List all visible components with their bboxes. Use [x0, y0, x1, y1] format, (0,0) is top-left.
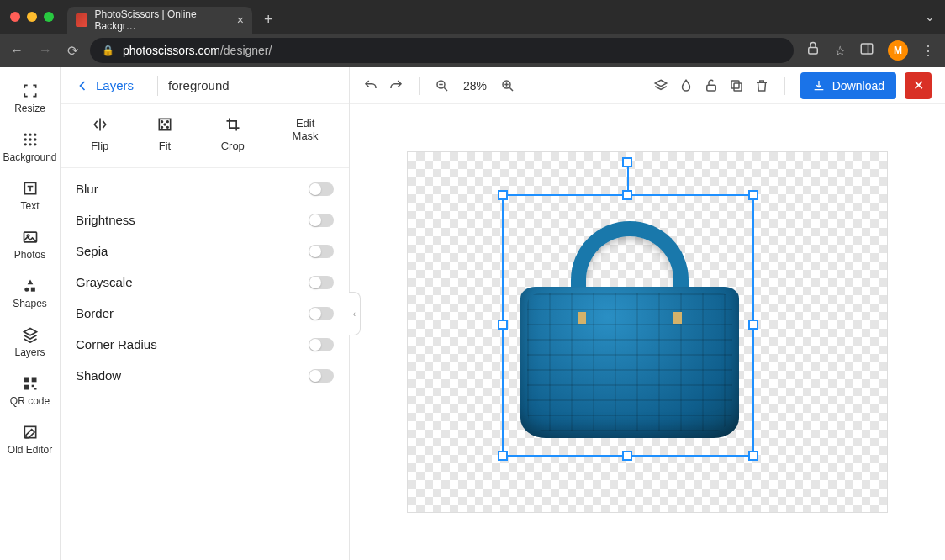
breadcrumb-label: Layers	[96, 78, 134, 92]
toggle-border[interactable]	[309, 307, 334, 320]
svg-rect-16	[24, 378, 29, 383]
toggle-blur[interactable]	[309, 182, 334, 196]
duplicate-icon[interactable]	[729, 78, 744, 93]
svg-rect-32	[731, 81, 739, 88]
resize-handle-e[interactable]	[748, 320, 758, 330]
back-to-layers[interactable]: Layers	[61, 77, 147, 94]
canvas-area: 28% Download ✕	[350, 67, 945, 560]
rail-photos[interactable]: Photos	[0, 220, 60, 269]
layers-icon[interactable]	[653, 78, 668, 93]
tool-crop[interactable]: Crop	[221, 116, 245, 152]
tool-label: Edit Mask	[293, 118, 319, 143]
divider	[157, 76, 158, 96]
zoom-out-button[interactable]	[435, 78, 450, 93]
tool-flip[interactable]: Flip	[91, 116, 108, 152]
prop-label: Blur	[76, 182, 98, 196]
resize-handle-n[interactable]	[622, 190, 632, 200]
prop-brightness: Brightness	[76, 204, 334, 235]
rail-resize[interactable]: Resize	[0, 74, 60, 123]
toggle-grayscale[interactable]	[309, 276, 334, 289]
toggle-shadow[interactable]	[309, 369, 334, 383]
browser-tabstrip: PhotoScissors | Online Backgr… × + ⌄	[0, 0, 945, 34]
nav-reload-button[interactable]: ⟳	[67, 43, 78, 59]
redo-button[interactable]	[388, 78, 404, 93]
resize-handle-s[interactable]	[622, 451, 632, 461]
prop-grayscale: Grayscale	[76, 267, 334, 298]
url-path: /designer/	[220, 44, 272, 57]
rail-layers[interactable]: Layers	[0, 318, 60, 367]
svg-rect-31	[734, 83, 742, 91]
undo-button[interactable]	[363, 78, 378, 93]
resize-handle-nw[interactable]	[498, 190, 508, 200]
rail-old-editor[interactable]: Old Editor	[0, 415, 60, 464]
selection-bounds[interactable]	[502, 194, 754, 457]
bookmark-icon[interactable]: ☆	[834, 43, 846, 59]
resize-handle-ne[interactable]	[748, 190, 758, 200]
tab-close-icon[interactable]: ×	[237, 13, 244, 27]
rail-qrcode[interactable]: QR code	[0, 367, 60, 415]
svg-point-5	[24, 138, 26, 140]
app-root: Resize Background Text Photos Shapes Lay…	[0, 67, 945, 560]
panel-icon[interactable]	[859, 41, 874, 60]
rail-label: QR code	[10, 395, 50, 407]
browser-toolbar: ← → ⟳ 🔒 photoscissors.com/designer/ ☆ M …	[0, 34, 945, 67]
svg-point-6	[29, 138, 31, 140]
rail-background[interactable]: Background	[0, 123, 60, 172]
svg-point-8	[24, 143, 26, 145]
properties-list: Blur Brightness Sepia Grayscale Border C…	[61, 168, 349, 396]
tool-fit[interactable]: Fit	[156, 116, 173, 152]
svg-rect-15	[30, 288, 34, 292]
tool-label: Crop	[221, 140, 245, 152]
separator	[784, 77, 785, 95]
rail-label: Old Editor	[8, 444, 52, 456]
resize-handle-w[interactable]	[498, 320, 508, 330]
sidebar-rail: Resize Background Text Photos Shapes Lay…	[0, 67, 61, 560]
tabs-chevron-icon[interactable]: ⌄	[925, 10, 935, 24]
properties-panel: Layers foreground Flip Fit Crop Edit Mas…	[61, 67, 350, 560]
rail-label: Photos	[14, 249, 45, 261]
canvas-viewport[interactable]	[350, 104, 945, 560]
window-close-icon[interactable]	[10, 12, 20, 22]
close-icon: ✕	[913, 77, 924, 93]
svg-rect-30	[706, 85, 715, 91]
prop-shadow: Shadow	[76, 360, 334, 391]
prop-border: Border	[76, 298, 334, 329]
toggle-brightness[interactable]	[309, 214, 334, 227]
download-button[interactable]: Download	[800, 72, 896, 99]
panel-collapse-handle[interactable]: ‹	[349, 292, 361, 335]
zoom-value[interactable]: 28%	[460, 79, 490, 92]
resize-handle-se[interactable]	[748, 451, 758, 461]
toggle-corner-radius[interactable]	[309, 338, 334, 351]
foreground-image[interactable]	[520, 287, 739, 438]
layer-name: foreground	[168, 78, 230, 92]
address-bar[interactable]: 🔒 photoscissors.com/designer/	[90, 38, 794, 63]
resize-handle-sw[interactable]	[498, 451, 508, 461]
svg-point-23	[161, 121, 163, 123]
prop-label: Grayscale	[76, 275, 133, 289]
zoom-in-button[interactable]	[500, 78, 515, 93]
close-button[interactable]: ✕	[905, 72, 932, 99]
delete-icon[interactable]	[754, 78, 769, 93]
nav-forward-button[interactable]: →	[39, 43, 52, 59]
rail-label: Shapes	[13, 298, 47, 309]
prop-label: Sepia	[76, 244, 108, 258]
menu-icon[interactable]: ⋮	[921, 43, 935, 59]
tool-edit-mask[interactable]: Edit Mask	[293, 116, 319, 152]
window-maximize-icon[interactable]	[44, 12, 54, 22]
rail-text[interactable]: Text	[0, 172, 60, 220]
download-icon	[812, 79, 826, 92]
window-controls	[10, 12, 54, 22]
new-tab-button[interactable]: +	[264, 11, 273, 29]
rail-shapes[interactable]: Shapes	[0, 269, 60, 318]
share-icon[interactable]	[805, 41, 821, 60]
lock-icon: 🔒	[102, 45, 114, 56]
toggle-sepia[interactable]	[309, 245, 334, 258]
profile-avatar[interactable]: M	[888, 40, 908, 61]
svg-rect-18	[24, 385, 29, 390]
browser-tab[interactable]: PhotoScissors | Online Backgr… ×	[67, 7, 252, 34]
rotate-handle[interactable]	[622, 157, 632, 167]
window-minimize-icon[interactable]	[27, 12, 37, 22]
opacity-icon[interactable]	[678, 78, 694, 93]
unlock-icon[interactable]	[704, 78, 719, 93]
nav-back-button[interactable]: ←	[10, 43, 24, 59]
